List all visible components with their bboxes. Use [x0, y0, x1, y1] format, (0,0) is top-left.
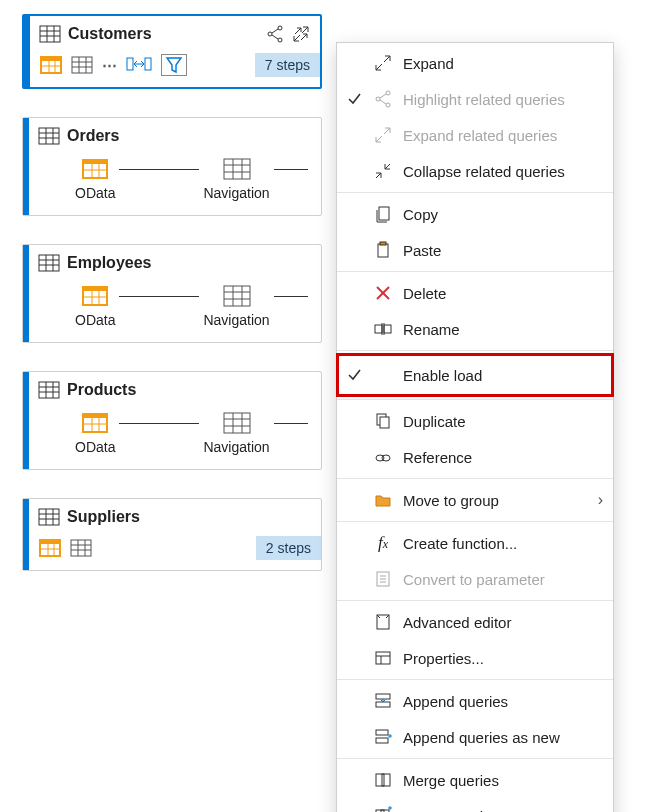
query-card-orders[interactable]: Orders OData Navigation [22, 117, 322, 216]
reference-icon [373, 448, 393, 466]
card-header: Suppliers [23, 499, 321, 530]
card-accent [23, 372, 29, 469]
duplicate-icon [373, 412, 393, 430]
svg-line-93 [384, 128, 390, 134]
menu-item-label: Expand related queries [403, 127, 603, 144]
svg-rect-117 [376, 694, 390, 699]
menu-item-duplicate[interactable]: Duplicate [337, 403, 613, 439]
svg-rect-96 [379, 207, 389, 220]
menu-item-label: Collapse related queries [403, 163, 603, 180]
table-outline-icon[interactable] [72, 57, 92, 73]
expand-icon[interactable] [292, 25, 310, 43]
table-outline-icon[interactable] [71, 540, 91, 556]
step-node-navigation[interactable]: Navigation [203, 159, 269, 201]
menu-item-move-to-group[interactable]: Move to group› [337, 482, 613, 518]
copy-icon [373, 205, 393, 223]
steps-badge[interactable]: 7 steps [255, 53, 320, 77]
svg-point-5 [278, 26, 282, 30]
svg-point-6 [278, 38, 282, 42]
svg-rect-80 [71, 540, 91, 556]
query-card-suppliers[interactable]: Suppliers 2 steps [22, 498, 322, 571]
step-node-odata[interactable]: OData [75, 413, 115, 455]
menu-item-append-queries-as-new[interactable]: Append queries as new [337, 719, 613, 755]
query-name: Products [67, 381, 311, 399]
menu-separator [337, 478, 613, 479]
svg-line-94 [376, 173, 381, 178]
more-icon[interactable]: ⋯ [102, 56, 117, 74]
query-card-employees[interactable]: Employees OData Navigation [22, 244, 322, 343]
filter-icon[interactable] [161, 54, 187, 76]
menu-item-collapse-related-queries[interactable]: Collapse related queries [337, 153, 613, 189]
svg-rect-50 [224, 286, 250, 306]
menu-item-create-function[interactable]: fxCreate function... [337, 525, 613, 561]
menu-item-merge-queries-as-new[interactable]: Merge queries as new [337, 798, 613, 812]
connector [274, 423, 308, 424]
menu-item-enable-load[interactable]: Enable load [337, 354, 613, 396]
svg-rect-118 [376, 702, 390, 707]
menu-item-expand[interactable]: Expand [337, 45, 613, 81]
svg-rect-120 [376, 738, 388, 743]
query-card-customers[interactable]: Customers ⋯ 7 steps [22, 14, 322, 89]
svg-rect-98 [380, 242, 386, 245]
table-icon [40, 26, 60, 42]
svg-point-108 [382, 455, 390, 461]
step-node-odata[interactable]: OData [75, 159, 115, 201]
menu-item-paste[interactable]: Paste [337, 232, 613, 268]
connector [119, 423, 199, 424]
svg-point-7 [268, 32, 272, 36]
menu-item-merge-queries[interactable]: Merge queries [337, 762, 613, 798]
connector [119, 296, 199, 297]
fx-icon: fx [373, 533, 393, 553]
card-body: OData Navigation [23, 403, 321, 469]
query-card-products[interactable]: Products OData Navigation [22, 371, 322, 470]
table-icon [39, 128, 59, 144]
menu-item-copy[interactable]: Copy [337, 196, 613, 232]
svg-point-87 [386, 91, 390, 95]
menu-item-advanced-editor[interactable]: Advanced editor [337, 604, 613, 640]
check-icon [345, 92, 363, 106]
step-label: Navigation [203, 439, 269, 455]
menu-item-append-queries[interactable]: Append queries [337, 683, 613, 719]
menu-item-expand-related-queries: Expand related queries [337, 117, 613, 153]
step-node-navigation[interactable]: Navigation [203, 286, 269, 328]
card-header: Orders [23, 118, 321, 149]
menu-item-convert-to-parameter: Convert to parameter [337, 561, 613, 597]
svg-rect-40 [39, 255, 59, 271]
menu-item-delete[interactable]: Delete [337, 275, 613, 311]
svg-rect-106 [380, 417, 389, 428]
table-orange-icon[interactable] [40, 56, 62, 74]
menu-item-label: Append queries as new [403, 729, 603, 746]
svg-rect-65 [224, 413, 250, 433]
menu-separator [337, 271, 613, 272]
menu-item-properties[interactable]: Properties... [337, 640, 613, 676]
card-header: Customers [24, 16, 320, 47]
step-node-navigation[interactable]: Navigation [203, 413, 269, 455]
svg-line-90 [380, 94, 386, 98]
expand-icon [373, 126, 393, 144]
svg-rect-119 [376, 730, 388, 735]
svg-point-89 [376, 97, 380, 101]
svg-rect-17 [72, 57, 92, 73]
menu-item-label: Paste [403, 242, 603, 259]
menu-item-label: Duplicate [403, 413, 603, 430]
step-label: OData [75, 439, 115, 455]
card-body: OData Navigation [23, 149, 321, 215]
steps-badge[interactable]: 2 steps [256, 536, 321, 560]
table-icon [39, 509, 59, 525]
merge-columns-icon[interactable] [127, 56, 151, 75]
table-orange-icon[interactable] [39, 539, 61, 557]
menu-item-label: Delete [403, 285, 603, 302]
share-icon[interactable] [266, 25, 284, 43]
svg-line-85 [376, 64, 382, 70]
table-icon [39, 382, 59, 398]
svg-line-9 [272, 35, 278, 39]
svg-rect-0 [40, 26, 60, 42]
menu-item-reference[interactable]: Reference [337, 439, 613, 475]
menu-separator [337, 679, 613, 680]
param-icon [373, 570, 393, 588]
menu-item-label: Reference [403, 449, 603, 466]
step-node-odata[interactable]: OData [75, 286, 115, 328]
connector [119, 169, 199, 170]
share-icon [373, 90, 393, 108]
menu-item-rename[interactable]: Rename [337, 311, 613, 347]
